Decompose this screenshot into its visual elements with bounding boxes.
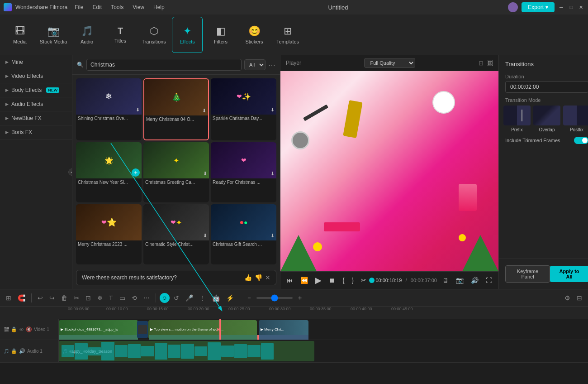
zoom-slider[interactable] <box>256 297 293 299</box>
toolbar-audio[interactable]: 🎵 Audio <box>71 17 102 53</box>
mark-in-button[interactable]: { <box>341 276 346 285</box>
grid-view-button[interactable]: ⊞ <box>4 293 14 303</box>
include-frames-toggle[interactable] <box>574 137 588 144</box>
chevron-right-icon: ▶ <box>5 102 9 106</box>
toolbar-stock-media[interactable]: 📷 Stock Media <box>38 17 69 53</box>
crop-button[interactable]: ⊡ <box>83 293 93 303</box>
overlap-label: Overlap <box>539 127 555 132</box>
ai-button[interactable]: 🤖 <box>210 293 222 303</box>
magnet-button[interactable]: 🧲 <box>15 293 28 303</box>
frame-back-button[interactable]: ⏪ <box>299 276 310 285</box>
sidebar-item-mine[interactable]: ▶ Mine <box>0 55 72 69</box>
more-options-icon[interactable]: ⋯ <box>268 61 275 69</box>
screen-record-button[interactable]: 🖥 <box>441 276 450 285</box>
text-button[interactable]: T <box>107 293 115 303</box>
track-eye-button[interactable]: 👁 <box>19 327 24 332</box>
split-button[interactable]: ✂ <box>359 276 368 285</box>
transition-clip[interactable] <box>137 321 148 338</box>
toolbar-titles[interactable]: T Titles <box>105 17 136 53</box>
toolbar-stickers[interactable]: 😊 Stickers <box>239 17 270 53</box>
transition-add-button[interactable]: ○ <box>160 293 170 303</box>
audio-clip[interactable]: 🎵 Happy_Holiday_Season <box>59 341 314 361</box>
zoom-out-button[interactable]: － <box>244 292 255 304</box>
video-track-content: ▶ Stockphotos_4881673..._adpp_is ▶ Top v… <box>59 319 588 340</box>
minimize-button[interactable]: ─ <box>558 4 564 10</box>
panel-section-boris: ▶ Boris FX <box>0 125 72 139</box>
loop-button[interactable]: ↺ <box>171 293 181 303</box>
feedback-thumbs-up[interactable]: 👍 <box>244 274 252 281</box>
fullscreen-button[interactable]: ⛶ <box>484 276 494 285</box>
effect-card-christmas-newyear[interactable]: 🌟 + Christmas New Year Sl... <box>76 142 142 202</box>
audio-track-lock-button[interactable]: 🔒 <box>11 348 17 354</box>
track-mute-video-button[interactable]: 🔇 <box>26 326 32 332</box>
effect-card-christmas-gift[interactable]: ● ● ⬇ Christmas Gift Search ... <box>211 204 276 264</box>
mixer-button[interactable]: ⋮ <box>197 293 208 303</box>
feedback-text: Were these search results satisfactory? <box>82 274 177 281</box>
chevron-right-icon: ▶ <box>5 74 9 78</box>
dual-view-icon[interactable]: ⊡ <box>479 60 484 67</box>
duration-input[interactable] <box>505 81 588 93</box>
timeline-expand-button[interactable]: ⊟ <box>574 293 584 303</box>
volume-button[interactable]: 🔊 <box>469 276 480 285</box>
freeze-button[interactable]: ❄ <box>95 293 105 303</box>
toolbar-transitions[interactable]: ⬡ Transitions <box>138 17 169 53</box>
toolbar-templates[interactable]: ⊞ Templates <box>272 17 303 53</box>
undo-button[interactable]: ↩ <box>35 293 45 303</box>
feedback-thumbs-down[interactable]: 👎 <box>255 274 262 281</box>
search-filter-select[interactable]: All <box>244 59 266 70</box>
timeline-settings-button[interactable]: ⚙ <box>562 293 573 303</box>
effect-card-ready-christmas[interactable]: ❤ ⬇ Ready For Christmas ... <box>211 142 276 202</box>
sidebar-item-video-effects[interactable]: ▶ Video Effects <box>0 69 72 83</box>
add-effect-button[interactable]: + <box>132 168 140 177</box>
effect-card-merry-christmas[interactable]: 🎄 ⬇ Merry Christmas 04 O... <box>143 78 209 140</box>
transition-postfix-card[interactable]: Postfix <box>563 106 588 132</box>
audio-track-mute-button[interactable]: 🔊 <box>19 348 25 354</box>
effect-card-shining[interactable]: ❄ ⬇ Shining Christmas Ove... <box>76 78 142 140</box>
delete-button[interactable]: 🗑 <box>59 293 70 303</box>
screenshot-icon[interactable]: 🖼 <box>487 60 493 67</box>
effect-card-merry-2023[interactable]: ❤ ⭐ Merry Christmas 2023 ... <box>76 204 142 264</box>
menu-edit[interactable]: Edit <box>89 2 106 12</box>
sidebar-item-newblue-fx[interactable]: ▶ NewBlue FX <box>0 111 72 125</box>
skip-back-button[interactable]: ⏮ <box>285 276 295 285</box>
more-tools-button[interactable]: ⋯ <box>141 293 152 303</box>
mark-out-button[interactable]: } <box>350 276 356 285</box>
mic-button[interactable]: 🎤 <box>183 293 195 303</box>
snapshot-button[interactable]: 📷 <box>454 276 465 285</box>
collapse-panel-button[interactable]: ◀ <box>68 168 72 176</box>
transition-overlap-card[interactable]: Overlap <box>533 106 560 132</box>
search-input[interactable] <box>86 59 242 71</box>
transition-prefix-card[interactable]: Prefix <box>503 106 531 132</box>
menu-file[interactable]: File <box>71 2 87 12</box>
effect-card-cinematic[interactable]: ❤ ✦ ⬇ Cinematic Style Christ... <box>143 204 209 264</box>
zoom-in-button[interactable]: ＋ <box>294 292 305 304</box>
maximize-button[interactable]: □ <box>568 4 574 10</box>
stop-button[interactable]: ⏹ <box>327 276 337 285</box>
user-avatar[interactable] <box>508 2 518 12</box>
effect-card-christmas-greeting[interactable]: ✦ ⬇ Christmas Greeting Ca... <box>143 142 209 202</box>
transform-button[interactable]: ⟲ <box>129 293 139 303</box>
shape-button[interactable]: ▭ <box>117 293 128 303</box>
sidebar-item-boris-fx[interactable]: ▶ Boris FX <box>0 125 72 139</box>
feedback-close-button[interactable]: ✕ <box>265 274 270 281</box>
play-button[interactable]: ▶ <box>313 274 323 286</box>
menu-view[interactable]: View <box>129 2 148 12</box>
cut-button[interactable]: ✂ <box>71 293 81 303</box>
sidebar-item-body-effects[interactable]: ▶ Body Effects NEW <box>0 83 72 97</box>
transitions-panel-header: Transitions <box>499 55 588 70</box>
track-lock-button[interactable]: 🔒 <box>11 326 17 332</box>
menu-help[interactable]: Help <box>150 2 168 12</box>
redo-button[interactable]: ↪ <box>47 293 57 303</box>
apply-to-all-button[interactable]: Apply to All <box>550 266 588 282</box>
toolbar-filters[interactable]: ◧ Filters <box>205 17 236 53</box>
quality-select[interactable]: Full Quality Half Quality Quarter Qualit… <box>364 58 415 68</box>
sidebar-item-audio-effects[interactable]: ▶ Audio Effects <box>0 97 72 111</box>
toolbar-media[interactable]: 🎞 Media <box>5 17 35 53</box>
speed-button[interactable]: ⚡ <box>224 293 236 303</box>
menu-tools[interactable]: Tools <box>107 2 127 12</box>
toolbar-effects[interactable]: ✦ Effects <box>172 17 203 53</box>
close-button[interactable]: ✕ <box>578 4 584 10</box>
keyframe-panel-button[interactable]: Keyframe Panel <box>505 265 550 283</box>
effect-card-sparkle[interactable]: ❤ ✨ ⬇ Sparkle Christmas Day... <box>211 78 276 140</box>
export-button[interactable]: Export ▾ <box>522 2 555 12</box>
